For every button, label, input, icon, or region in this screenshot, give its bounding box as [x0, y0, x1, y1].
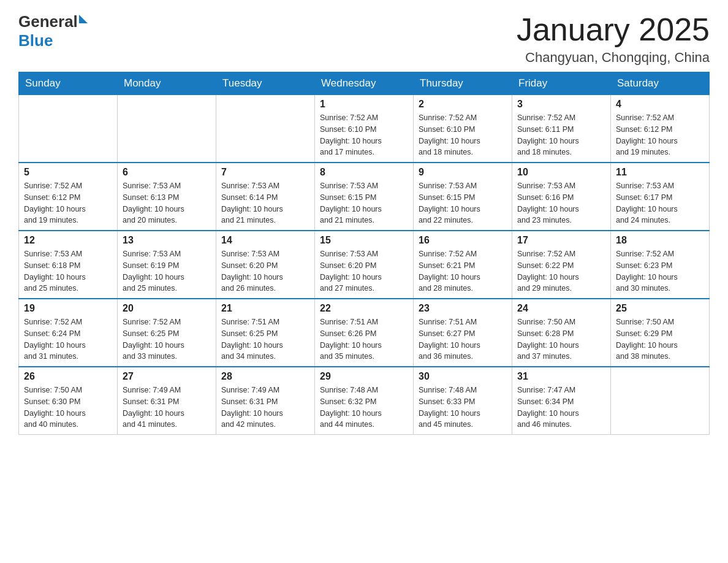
day-number: 16: [419, 235, 507, 246]
day-info: Sunrise: 7:52 AMSunset: 6:25 PMDaylight:…: [123, 316, 211, 362]
day-number: 8: [320, 167, 408, 178]
calendar-header-thursday: Thursday: [414, 72, 512, 95]
title-block: January 2025 Changyuan, Chongqing, China: [517, 12, 710, 66]
day-number: 20: [123, 303, 211, 314]
calendar-header-tuesday: Tuesday: [216, 72, 315, 95]
calendar-cell: 3Sunrise: 7:52 AMSunset: 6:11 PMDaylight…: [512, 95, 611, 163]
location: Changyuan, Chongqing, China: [517, 50, 710, 66]
calendar-cell: 8Sunrise: 7:53 AMSunset: 6:15 PMDaylight…: [315, 163, 414, 231]
month-title: January 2025: [517, 12, 710, 47]
day-info: Sunrise: 7:49 AMSunset: 6:31 PMDaylight:…: [221, 385, 309, 431]
day-info: Sunrise: 7:51 AMSunset: 6:27 PMDaylight:…: [419, 316, 507, 362]
calendar-header-sunday: Sunday: [19, 72, 118, 95]
calendar-cell: 17Sunrise: 7:52 AMSunset: 6:22 PMDayligh…: [512, 231, 611, 299]
calendar-cell: 16Sunrise: 7:52 AMSunset: 6:21 PMDayligh…: [414, 231, 512, 299]
logo-triangle-icon: [79, 15, 88, 23]
calendar-cell: 10Sunrise: 7:53 AMSunset: 6:16 PMDayligh…: [512, 163, 611, 231]
day-number: 14: [221, 235, 309, 246]
calendar-cell: 26Sunrise: 7:50 AMSunset: 6:30 PMDayligh…: [19, 367, 118, 435]
calendar-cell: 30Sunrise: 7:48 AMSunset: 6:33 PMDayligh…: [414, 367, 512, 435]
day-number: 26: [24, 371, 112, 382]
calendar-cell: 6Sunrise: 7:53 AMSunset: 6:13 PMDaylight…: [118, 163, 216, 231]
logo: General Blue: [18, 12, 88, 50]
day-info: Sunrise: 7:52 AMSunset: 6:10 PMDaylight:…: [320, 112, 408, 158]
calendar-cell: 23Sunrise: 7:51 AMSunset: 6:27 PMDayligh…: [414, 299, 512, 367]
calendar-cell: 20Sunrise: 7:52 AMSunset: 6:25 PMDayligh…: [118, 299, 216, 367]
day-number: 31: [517, 371, 605, 382]
day-info: Sunrise: 7:53 AMSunset: 6:20 PMDaylight:…: [320, 248, 408, 294]
day-number: 11: [616, 167, 704, 178]
calendar-cell: 29Sunrise: 7:48 AMSunset: 6:32 PMDayligh…: [315, 367, 414, 435]
day-info: Sunrise: 7:52 AMSunset: 6:22 PMDaylight:…: [517, 248, 605, 294]
calendar-cell: [19, 95, 118, 163]
day-info: Sunrise: 7:53 AMSunset: 6:14 PMDaylight:…: [221, 180, 309, 226]
day-number: 25: [616, 303, 704, 314]
calendar-cell: 11Sunrise: 7:53 AMSunset: 6:17 PMDayligh…: [611, 163, 710, 231]
day-info: Sunrise: 7:53 AMSunset: 6:13 PMDaylight:…: [123, 180, 211, 226]
day-info: Sunrise: 7:53 AMSunset: 6:18 PMDaylight:…: [24, 248, 112, 294]
day-number: 30: [419, 371, 507, 382]
day-info: Sunrise: 7:53 AMSunset: 6:16 PMDaylight:…: [517, 180, 605, 226]
day-info: Sunrise: 7:52 AMSunset: 6:23 PMDaylight:…: [616, 248, 704, 294]
day-number: 6: [123, 167, 211, 178]
day-number: 10: [517, 167, 605, 178]
calendar-cell: 25Sunrise: 7:50 AMSunset: 6:29 PMDayligh…: [611, 299, 710, 367]
day-info: Sunrise: 7:48 AMSunset: 6:32 PMDaylight:…: [320, 385, 408, 431]
calendar-cell: [216, 95, 315, 163]
calendar-cell: 28Sunrise: 7:49 AMSunset: 6:31 PMDayligh…: [216, 367, 315, 435]
day-info: Sunrise: 7:52 AMSunset: 6:12 PMDaylight:…: [24, 180, 112, 226]
day-info: Sunrise: 7:51 AMSunset: 6:26 PMDaylight:…: [320, 316, 408, 362]
day-number: 9: [419, 167, 507, 178]
day-info: Sunrise: 7:53 AMSunset: 6:15 PMDaylight:…: [419, 180, 507, 226]
day-info: Sunrise: 7:50 AMSunset: 6:29 PMDaylight:…: [616, 316, 704, 362]
day-number: 15: [320, 235, 408, 246]
calendar-header-friday: Friday: [512, 72, 611, 95]
calendar-cell: 18Sunrise: 7:52 AMSunset: 6:23 PMDayligh…: [611, 231, 710, 299]
day-info: Sunrise: 7:52 AMSunset: 6:12 PMDaylight:…: [616, 112, 704, 158]
day-number: 23: [419, 303, 507, 314]
logo-blue: Blue: [18, 31, 88, 50]
day-info: Sunrise: 7:53 AMSunset: 6:15 PMDaylight:…: [320, 180, 408, 226]
day-info: Sunrise: 7:50 AMSunset: 6:28 PMDaylight:…: [517, 316, 605, 362]
calendar-cell: 5Sunrise: 7:52 AMSunset: 6:12 PMDaylight…: [19, 163, 118, 231]
calendar-cell: 7Sunrise: 7:53 AMSunset: 6:14 PMDaylight…: [216, 163, 315, 231]
calendar-week-row: 1Sunrise: 7:52 AMSunset: 6:10 PMDaylight…: [19, 95, 710, 163]
calendar-cell: 9Sunrise: 7:53 AMSunset: 6:15 PMDaylight…: [414, 163, 512, 231]
calendar-cell: 19Sunrise: 7:52 AMSunset: 6:24 PMDayligh…: [19, 299, 118, 367]
logo-general: General: [18, 12, 78, 31]
calendar-cell: 27Sunrise: 7:49 AMSunset: 6:31 PMDayligh…: [118, 367, 216, 435]
day-number: 24: [517, 303, 605, 314]
day-info: Sunrise: 7:53 AMSunset: 6:19 PMDaylight:…: [123, 248, 211, 294]
day-number: 5: [24, 167, 112, 178]
day-number: 12: [24, 235, 112, 246]
page-header: General Blue January 2025 Changyuan, Cho…: [18, 12, 710, 66]
day-number: 18: [616, 235, 704, 246]
calendar-cell: 12Sunrise: 7:53 AMSunset: 6:18 PMDayligh…: [19, 231, 118, 299]
calendar-table: SundayMondayTuesdayWednesdayThursdayFrid…: [18, 72, 710, 435]
day-info: Sunrise: 7:52 AMSunset: 6:21 PMDaylight:…: [419, 248, 507, 294]
calendar-week-row: 26Sunrise: 7:50 AMSunset: 6:30 PMDayligh…: [19, 367, 710, 435]
day-number: 13: [123, 235, 211, 246]
day-info: Sunrise: 7:50 AMSunset: 6:30 PMDaylight:…: [24, 385, 112, 431]
day-info: Sunrise: 7:47 AMSunset: 6:34 PMDaylight:…: [517, 385, 605, 431]
day-info: Sunrise: 7:49 AMSunset: 6:31 PMDaylight:…: [123, 385, 211, 431]
calendar-cell: 2Sunrise: 7:52 AMSunset: 6:10 PMDaylight…: [414, 95, 512, 163]
day-number: 17: [517, 235, 605, 246]
calendar-header-row: SundayMondayTuesdayWednesdayThursdayFrid…: [19, 72, 710, 95]
day-number: 2: [419, 99, 507, 110]
day-number: 4: [616, 99, 704, 110]
day-number: 29: [320, 371, 408, 382]
calendar-cell: 14Sunrise: 7:53 AMSunset: 6:20 PMDayligh…: [216, 231, 315, 299]
day-number: 3: [517, 99, 605, 110]
day-info: Sunrise: 7:51 AMSunset: 6:25 PMDaylight:…: [221, 316, 309, 362]
day-info: Sunrise: 7:53 AMSunset: 6:20 PMDaylight:…: [221, 248, 309, 294]
day-number: 19: [24, 303, 112, 314]
calendar-week-row: 5Sunrise: 7:52 AMSunset: 6:12 PMDaylight…: [19, 163, 710, 231]
day-info: Sunrise: 7:52 AMSunset: 6:10 PMDaylight:…: [419, 112, 507, 158]
calendar-header-monday: Monday: [118, 72, 216, 95]
calendar-header-saturday: Saturday: [611, 72, 710, 95]
day-number: 7: [221, 167, 309, 178]
calendar-cell: 24Sunrise: 7:50 AMSunset: 6:28 PMDayligh…: [512, 299, 611, 367]
day-info: Sunrise: 7:52 AMSunset: 6:24 PMDaylight:…: [24, 316, 112, 362]
calendar-cell: 22Sunrise: 7:51 AMSunset: 6:26 PMDayligh…: [315, 299, 414, 367]
